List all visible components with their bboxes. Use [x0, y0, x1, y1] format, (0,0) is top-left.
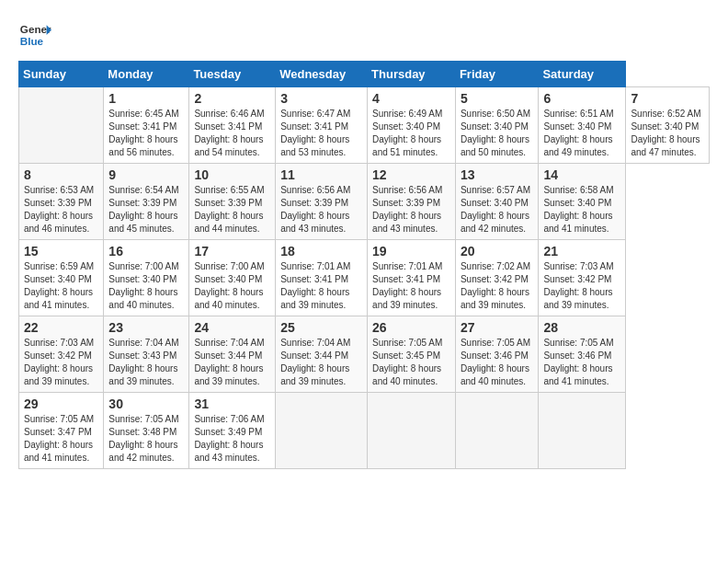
- calendar-day: 3Sunrise: 6:47 AMSunset: 3:41 PMDaylight…: [276, 87, 368, 164]
- day-info: Sunrise: 7:04 AMSunset: 3:44 PMDaylight:…: [194, 338, 264, 386]
- calendar-day: 26Sunrise: 7:05 AMSunset: 3:45 PMDayligh…: [368, 316, 456, 393]
- calendar-day: 22Sunrise: 7:03 AMSunset: 3:42 PMDayligh…: [19, 316, 104, 393]
- day-info: Sunrise: 7:05 AMSunset: 3:45 PMDaylight:…: [372, 338, 442, 386]
- day-info: Sunrise: 7:03 AMSunset: 3:42 PMDaylight:…: [24, 338, 94, 386]
- day-info: Sunrise: 7:05 AMSunset: 3:48 PMDaylight:…: [108, 414, 178, 463]
- week-row-3: 22Sunrise: 7:03 AMSunset: 3:42 PMDayligh…: [19, 316, 710, 393]
- day-info: Sunrise: 7:00 AMSunset: 3:40 PMDaylight:…: [108, 261, 178, 310]
- calendar-day: 18Sunrise: 7:01 AMSunset: 3:41 PMDayligh…: [276, 240, 368, 316]
- day-info: Sunrise: 7:05 AMSunset: 3:47 PMDaylight:…: [24, 414, 94, 463]
- calendar-day: 7Sunrise: 6:52 AMSunset: 3:40 PMDaylight…: [626, 87, 710, 164]
- day-info: Sunrise: 7:06 AMSunset: 3:49 PMDaylight:…: [194, 414, 264, 463]
- day-number: 9: [108, 167, 184, 182]
- calendar-day: 27Sunrise: 7:05 AMSunset: 3:46 PMDayligh…: [455, 316, 539, 393]
- day-info: Sunrise: 6:58 AMSunset: 3:40 PMDaylight:…: [543, 185, 613, 234]
- day-info: Sunrise: 6:51 AMSunset: 3:40 PMDaylight:…: [543, 109, 613, 157]
- calendar-day: 4Sunrise: 6:49 AMSunset: 3:40 PMDaylight…: [368, 87, 456, 164]
- day-number: 19: [372, 244, 450, 259]
- week-row-0: 1Sunrise: 6:45 AMSunset: 3:41 PMDaylight…: [19, 87, 710, 164]
- day-info: Sunrise: 7:00 AMSunset: 3:40 PMDaylight:…: [194, 261, 264, 310]
- day-number: 14: [543, 167, 620, 182]
- week-row-1: 8Sunrise: 6:53 AMSunset: 3:39 PMDaylight…: [19, 164, 710, 240]
- day-info: Sunrise: 7:03 AMSunset: 3:42 PMDaylight:…: [543, 261, 613, 310]
- day-number: 20: [461, 244, 534, 259]
- day-number: 12: [372, 167, 450, 182]
- day-info: Sunrise: 6:56 AMSunset: 3:39 PMDaylight:…: [372, 185, 442, 234]
- day-info: Sunrise: 7:04 AMSunset: 3:43 PMDaylight:…: [108, 338, 178, 386]
- logo: General Blue: [18, 18, 51, 52]
- day-number: 13: [461, 167, 534, 182]
- day-number: 6: [543, 91, 620, 106]
- calendar-day: 31Sunrise: 7:06 AMSunset: 3:49 PMDayligh…: [189, 393, 276, 469]
- day-info: Sunrise: 7:01 AMSunset: 3:41 PMDaylight:…: [280, 261, 350, 310]
- day-info: Sunrise: 7:05 AMSunset: 3:46 PMDaylight:…: [543, 338, 613, 386]
- calendar-day: [19, 87, 104, 164]
- column-header-saturday: Saturday: [539, 62, 626, 87]
- day-number: 30: [108, 396, 184, 411]
- calendar-day: [539, 393, 626, 469]
- calendar-day: 25Sunrise: 7:04 AMSunset: 3:44 PMDayligh…: [276, 316, 368, 393]
- column-header-tuesday: Tuesday: [189, 62, 276, 87]
- day-number: 5: [461, 91, 534, 106]
- day-number: 27: [461, 320, 534, 335]
- calendar-day: 12Sunrise: 6:56 AMSunset: 3:39 PMDayligh…: [368, 164, 456, 240]
- calendar-day: 29Sunrise: 7:05 AMSunset: 3:47 PMDayligh…: [19, 393, 104, 469]
- day-number: 29: [24, 396, 98, 411]
- week-row-2: 15Sunrise: 6:59 AMSunset: 3:40 PMDayligh…: [19, 240, 710, 316]
- day-info: Sunrise: 6:53 AMSunset: 3:39 PMDaylight:…: [24, 185, 94, 234]
- column-header-friday: Friday: [455, 62, 539, 87]
- day-number: 4: [372, 91, 450, 106]
- calendar-day: 2Sunrise: 6:46 AMSunset: 3:41 PMDaylight…: [189, 87, 276, 164]
- day-info: Sunrise: 7:05 AMSunset: 3:46 PMDaylight:…: [461, 338, 530, 386]
- calendar-day: 30Sunrise: 7:05 AMSunset: 3:48 PMDayligh…: [104, 393, 189, 469]
- calendar-day: 16Sunrise: 7:00 AMSunset: 3:40 PMDayligh…: [104, 240, 189, 316]
- day-number: 17: [194, 244, 270, 259]
- calendar-day: 21Sunrise: 7:03 AMSunset: 3:42 PMDayligh…: [539, 240, 626, 316]
- calendar-day: 17Sunrise: 7:00 AMSunset: 3:40 PMDayligh…: [189, 240, 276, 316]
- day-number: 15: [24, 244, 98, 259]
- day-number: 8: [24, 167, 98, 182]
- day-info: Sunrise: 6:57 AMSunset: 3:40 PMDaylight:…: [461, 185, 530, 234]
- calendar-day: 11Sunrise: 6:56 AMSunset: 3:39 PMDayligh…: [276, 164, 368, 240]
- calendar-header-row: SundayMondayTuesdayWednesdayThursdayFrid…: [19, 62, 710, 87]
- day-info: Sunrise: 6:55 AMSunset: 3:39 PMDaylight:…: [194, 185, 264, 234]
- calendar-day: 5Sunrise: 6:50 AMSunset: 3:40 PMDaylight…: [455, 87, 539, 164]
- calendar-day: 24Sunrise: 7:04 AMSunset: 3:44 PMDayligh…: [189, 316, 276, 393]
- day-number: 7: [631, 91, 704, 106]
- calendar-table: SundayMondayTuesdayWednesdayThursdayFrid…: [18, 61, 710, 469]
- day-number: 16: [108, 244, 184, 259]
- day-number: 24: [194, 320, 270, 335]
- day-number: 18: [280, 244, 362, 259]
- day-info: Sunrise: 6:56 AMSunset: 3:39 PMDaylight:…: [280, 185, 350, 234]
- day-info: Sunrise: 7:04 AMSunset: 3:44 PMDaylight:…: [280, 338, 350, 386]
- day-number: 2: [194, 91, 270, 106]
- day-info: Sunrise: 6:54 AMSunset: 3:39 PMDaylight:…: [108, 185, 178, 234]
- day-number: 25: [280, 320, 362, 335]
- day-info: Sunrise: 6:47 AMSunset: 3:41 PMDaylight:…: [280, 109, 350, 157]
- day-info: Sunrise: 6:52 AMSunset: 3:40 PMDaylight:…: [631, 109, 700, 157]
- day-number: 31: [194, 396, 270, 411]
- day-info: Sunrise: 6:49 AMSunset: 3:40 PMDaylight:…: [372, 109, 442, 157]
- column-header-thursday: Thursday: [368, 62, 456, 87]
- day-info: Sunrise: 6:50 AMSunset: 3:40 PMDaylight:…: [461, 109, 530, 157]
- day-info: Sunrise: 7:01 AMSunset: 3:41 PMDaylight:…: [372, 261, 442, 310]
- calendar-day: [455, 393, 539, 469]
- day-info: Sunrise: 6:59 AMSunset: 3:40 PMDaylight:…: [24, 261, 94, 310]
- day-number: 10: [194, 167, 270, 182]
- day-number: 21: [543, 244, 620, 259]
- calendar-day: [368, 393, 456, 469]
- calendar-day: 20Sunrise: 7:02 AMSunset: 3:42 PMDayligh…: [455, 240, 539, 316]
- calendar-day: 19Sunrise: 7:01 AMSunset: 3:41 PMDayligh…: [368, 240, 456, 316]
- day-number: 23: [108, 320, 184, 335]
- calendar-day: 23Sunrise: 7:04 AMSunset: 3:43 PMDayligh…: [104, 316, 189, 393]
- column-header-wednesday: Wednesday: [276, 62, 368, 87]
- week-row-4: 29Sunrise: 7:05 AMSunset: 3:47 PMDayligh…: [19, 393, 710, 469]
- calendar-day: 6Sunrise: 6:51 AMSunset: 3:40 PMDaylight…: [539, 87, 626, 164]
- logo-icon: General Blue: [18, 18, 51, 52]
- day-number: 28: [543, 320, 620, 335]
- day-number: 26: [372, 320, 450, 335]
- column-header-monday: Monday: [104, 62, 189, 87]
- day-number: 22: [24, 320, 98, 335]
- calendar-day: [276, 393, 368, 469]
- calendar-day: 10Sunrise: 6:55 AMSunset: 3:39 PMDayligh…: [189, 164, 276, 240]
